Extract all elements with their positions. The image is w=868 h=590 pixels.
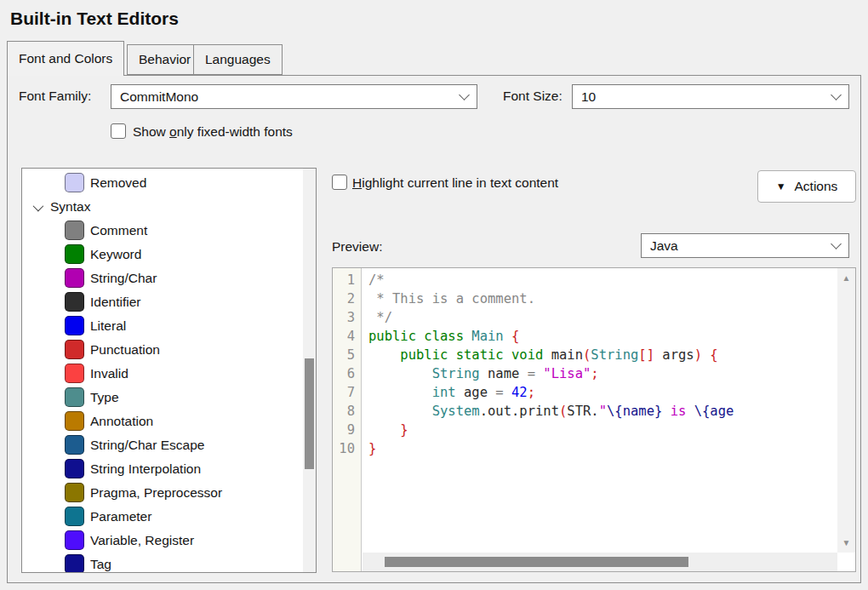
color-swatch[interactable] [65,173,84,192]
color-swatch[interactable] [65,507,84,526]
fixed-width-checkbox[interactable] [111,123,126,139]
tab-font-and-colors[interactable]: Font and Colors [7,41,124,76]
code-line: } [368,439,837,458]
scroll-up-icon[interactable]: ▲ [837,273,855,283]
list-item-label: Invalid [90,366,128,381]
fixed-width-checkbox-label[interactable]: Show only fixed-width fonts [133,124,293,140]
code-content[interactable]: /* * This is a comment. */public class M… [363,268,837,553]
line-number-gutter: 12345678910 [333,268,362,571]
list-item-label: Literal [90,318,126,334]
list-item-variable-register[interactable]: Variable, Register [22,529,303,553]
list-item-label: Removed [90,175,146,191]
line-number: 4 [333,327,361,346]
chevron-down-icon [459,89,470,100]
hscroll-thumb[interactable] [385,557,688,567]
list-item-parameter[interactable]: Parameter [22,505,303,529]
preview-language-value: Java [650,238,832,254]
code-line: public static void main(String[] args) { [368,346,837,364]
list-item-invalid[interactable]: Invalid [22,362,303,386]
settings-page: Built-in Text Editors Font and Colors Be… [0,0,868,590]
preview-horizontal-scrollbar[interactable] [363,553,837,571]
code-preview[interactable]: 12345678910 /* * This is a comment. */pu… [332,267,856,572]
preview-language-select[interactable]: Java [641,233,849,258]
actions-button[interactable]: ▼ Actions [757,170,856,203]
line-number: 3 [333,308,361,327]
list-item-string-interpolation[interactable]: String Interpolation [22,457,303,481]
list-item-removed[interactable]: Removed [22,171,303,195]
color-swatch[interactable] [65,221,84,240]
list-item-label: Variable, Register [90,533,194,548]
tab-languages[interactable]: Languages [193,44,283,75]
chevron-down-icon[interactable] [33,201,44,212]
code-line: public class Main { [368,327,837,346]
line-number: 1 [333,271,361,289]
list-item-label: Identifier [90,295,140,310]
list-item-label: Punctuation [90,342,160,358]
list-item-label: Annotation [90,414,153,429]
line-number: 5 [333,346,361,364]
list-scrollbar[interactable] [303,169,316,572]
code-line: } [368,421,837,439]
tab-behavior[interactable]: Behavior [127,44,203,75]
list-item-pragma-preprocessor[interactable]: Pragma, Preprocessor [22,481,303,505]
color-swatch[interactable] [65,459,84,478]
code-line: /* [368,271,837,289]
list-item-string-char[interactable]: String/Char [22,266,303,290]
font-family-select[interactable]: CommitMono [111,84,477,109]
list-item-identifier[interactable]: Identifier [22,290,303,314]
chevron-down-icon [831,89,842,100]
list-item-label: Type [90,390,119,405]
color-swatch[interactable] [65,411,84,431]
color-swatch[interactable] [65,340,84,359]
list-item-label: Comment [90,223,147,238]
code-line: * This is a comment. [368,289,837,308]
line-number: 2 [333,289,361,308]
scroll-down-icon[interactable]: ▼ [837,538,855,547]
list-item-syntax[interactable]: Syntax [22,195,303,219]
list-item-type[interactable]: Type [22,386,303,410]
list-item-label: String Interpolation [90,461,201,477]
chevron-down-icon [831,238,842,249]
line-number: 10 [333,439,361,458]
color-swatch[interactable] [65,554,84,573]
list-scrollbar-thumb[interactable] [305,358,314,469]
list-item-keyword[interactable]: Keyword [22,243,303,266]
list-item-annotation[interactable]: Annotation [22,410,303,433]
color-swatch[interactable] [65,483,84,502]
list-item-comment[interactable]: Comment [22,219,303,243]
color-swatch[interactable] [65,387,84,407]
code-line: */ [368,308,837,327]
highlight-line-checkbox-label[interactable]: Highlight current line in text content [352,175,558,191]
color-swatch[interactable] [65,435,84,455]
list-item-literal[interactable]: Literal [22,314,303,338]
highlight-line-checkbox[interactable] [332,175,347,190]
color-swatch[interactable] [65,292,84,312]
list-item-tag[interactable]: Tag [22,553,303,573]
color-swatch[interactable] [65,244,84,264]
page-title: Built-in Text Editors [10,9,179,29]
list-item-label: Pragma, Preprocessor [90,485,222,501]
list-item-punctuation[interactable]: Punctuation [22,338,303,362]
code-line: String name = "Lisa"; [368,364,837,383]
line-number: 6 [333,364,361,383]
preview-vertical-scrollbar[interactable]: ▲ ▼ [837,268,855,553]
code-line: int age = 42; [368,383,837,402]
font-size-value: 10 [581,89,832,105]
line-number: 7 [333,383,361,402]
color-swatch[interactable] [65,316,84,335]
list-item-label: String/Char [90,271,157,286]
list-item-label: Parameter [90,509,151,524]
line-number: 8 [333,402,361,421]
list-item-label: Tag [90,557,111,572]
list-item-string-char-escape[interactable]: String/Char Escape [22,433,303,457]
font-size-select[interactable]: 10 [572,84,849,109]
font-family-value: CommitMono [120,89,460,105]
code-line: System.out.print(STR."\{name} is \{age [368,402,837,421]
color-swatch[interactable] [65,530,84,550]
list-item-label: Syntax [50,199,90,215]
list-item-label: Keyword [90,247,141,262]
syntax-color-list: RemovedSyntaxCommentKeywordString/CharId… [21,168,317,573]
list-item-label: String/Char Escape [90,438,204,453]
color-swatch[interactable] [65,268,84,288]
color-swatch[interactable] [65,364,84,383]
